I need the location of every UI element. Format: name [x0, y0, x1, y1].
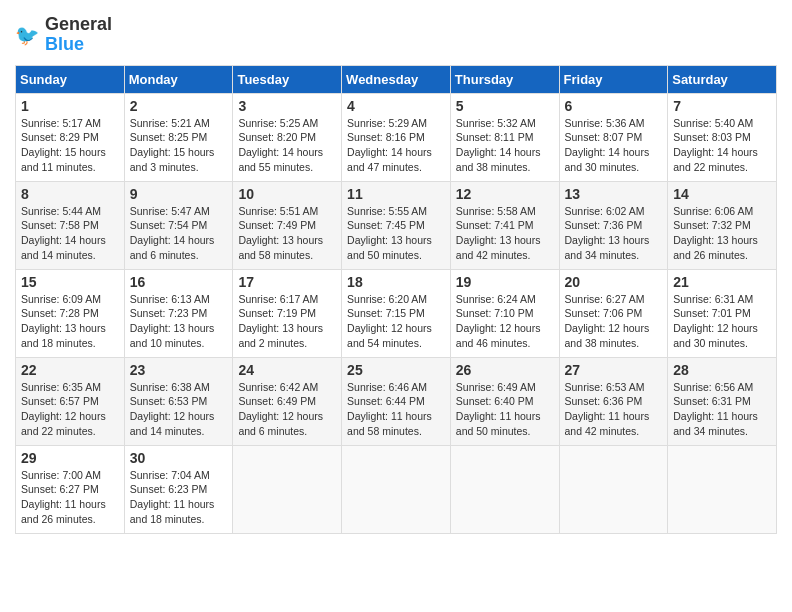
day-info: Sunrise: 6:06 AMSunset: 7:32 PMDaylight:… [673, 204, 771, 263]
logo-text: General Blue [45, 15, 112, 55]
day-cell: 25 Sunrise: 6:46 AMSunset: 6:44 PMDaylig… [342, 357, 451, 445]
day-number: 21 [673, 274, 771, 290]
day-number: 3 [238, 98, 336, 114]
day-number: 15 [21, 274, 119, 290]
day-info: Sunrise: 6:53 AMSunset: 6:36 PMDaylight:… [565, 380, 663, 439]
header-row: SundayMondayTuesdayWednesdayThursdayFrid… [16, 65, 777, 93]
day-number: 1 [21, 98, 119, 114]
day-cell [559, 445, 668, 533]
day-cell: 24 Sunrise: 6:42 AMSunset: 6:49 PMDaylig… [233, 357, 342, 445]
day-info: Sunrise: 5:51 AMSunset: 7:49 PMDaylight:… [238, 204, 336, 263]
col-header-saturday: Saturday [668, 65, 777, 93]
day-info: Sunrise: 6:46 AMSunset: 6:44 PMDaylight:… [347, 380, 445, 439]
day-cell: 8 Sunrise: 5:44 AMSunset: 7:58 PMDayligh… [16, 181, 125, 269]
day-cell: 1 Sunrise: 5:17 AMSunset: 8:29 PMDayligh… [16, 93, 125, 181]
day-info: Sunrise: 5:58 AMSunset: 7:41 PMDaylight:… [456, 204, 554, 263]
day-number: 18 [347, 274, 445, 290]
week-row-4: 22 Sunrise: 6:35 AMSunset: 6:57 PMDaylig… [16, 357, 777, 445]
day-info: Sunrise: 5:29 AMSunset: 8:16 PMDaylight:… [347, 116, 445, 175]
day-cell: 3 Sunrise: 5:25 AMSunset: 8:20 PMDayligh… [233, 93, 342, 181]
day-info: Sunrise: 6:56 AMSunset: 6:31 PMDaylight:… [673, 380, 771, 439]
day-cell [450, 445, 559, 533]
day-cell: 23 Sunrise: 6:38 AMSunset: 6:53 PMDaylig… [124, 357, 233, 445]
day-number: 23 [130, 362, 228, 378]
col-header-monday: Monday [124, 65, 233, 93]
day-info: Sunrise: 6:42 AMSunset: 6:49 PMDaylight:… [238, 380, 336, 439]
calendar-table: SundayMondayTuesdayWednesdayThursdayFrid… [15, 65, 777, 534]
day-cell: 11 Sunrise: 5:55 AMSunset: 7:45 PMDaylig… [342, 181, 451, 269]
col-header-sunday: Sunday [16, 65, 125, 93]
day-cell: 9 Sunrise: 5:47 AMSunset: 7:54 PMDayligh… [124, 181, 233, 269]
day-info: Sunrise: 7:04 AMSunset: 6:23 PMDaylight:… [130, 468, 228, 527]
day-cell [668, 445, 777, 533]
day-cell: 29 Sunrise: 7:00 AMSunset: 6:27 PMDaylig… [16, 445, 125, 533]
day-cell: 18 Sunrise: 6:20 AMSunset: 7:15 PMDaylig… [342, 269, 451, 357]
day-cell: 6 Sunrise: 5:36 AMSunset: 8:07 PMDayligh… [559, 93, 668, 181]
day-cell: 20 Sunrise: 6:27 AMSunset: 7:06 PMDaylig… [559, 269, 668, 357]
day-number: 7 [673, 98, 771, 114]
day-number: 20 [565, 274, 663, 290]
col-header-thursday: Thursday [450, 65, 559, 93]
day-cell: 2 Sunrise: 5:21 AMSunset: 8:25 PMDayligh… [124, 93, 233, 181]
day-cell: 14 Sunrise: 6:06 AMSunset: 7:32 PMDaylig… [668, 181, 777, 269]
day-cell: 19 Sunrise: 6:24 AMSunset: 7:10 PMDaylig… [450, 269, 559, 357]
day-cell: 5 Sunrise: 5:32 AMSunset: 8:11 PMDayligh… [450, 93, 559, 181]
page-header: 🐦 General Blue [15, 15, 777, 55]
day-number: 25 [347, 362, 445, 378]
day-info: Sunrise: 6:09 AMSunset: 7:28 PMDaylight:… [21, 292, 119, 351]
day-cell: 13 Sunrise: 6:02 AMSunset: 7:36 PMDaylig… [559, 181, 668, 269]
day-info: Sunrise: 6:35 AMSunset: 6:57 PMDaylight:… [21, 380, 119, 439]
day-number: 29 [21, 450, 119, 466]
day-number: 17 [238, 274, 336, 290]
week-row-3: 15 Sunrise: 6:09 AMSunset: 7:28 PMDaylig… [16, 269, 777, 357]
day-info: Sunrise: 5:32 AMSunset: 8:11 PMDaylight:… [456, 116, 554, 175]
col-header-wednesday: Wednesday [342, 65, 451, 93]
day-cell [342, 445, 451, 533]
day-info: Sunrise: 5:25 AMSunset: 8:20 PMDaylight:… [238, 116, 336, 175]
day-cell: 15 Sunrise: 6:09 AMSunset: 7:28 PMDaylig… [16, 269, 125, 357]
day-number: 30 [130, 450, 228, 466]
day-info: Sunrise: 5:17 AMSunset: 8:29 PMDaylight:… [21, 116, 119, 175]
day-number: 11 [347, 186, 445, 202]
day-cell: 16 Sunrise: 6:13 AMSunset: 7:23 PMDaylig… [124, 269, 233, 357]
day-number: 5 [456, 98, 554, 114]
day-cell: 28 Sunrise: 6:56 AMSunset: 6:31 PMDaylig… [668, 357, 777, 445]
day-info: Sunrise: 5:55 AMSunset: 7:45 PMDaylight:… [347, 204, 445, 263]
day-number: 12 [456, 186, 554, 202]
day-cell: 12 Sunrise: 5:58 AMSunset: 7:41 PMDaylig… [450, 181, 559, 269]
day-info: Sunrise: 6:02 AMSunset: 7:36 PMDaylight:… [565, 204, 663, 263]
day-info: Sunrise: 6:24 AMSunset: 7:10 PMDaylight:… [456, 292, 554, 351]
svg-text:🐦: 🐦 [15, 23, 40, 47]
day-info: Sunrise: 6:20 AMSunset: 7:15 PMDaylight:… [347, 292, 445, 351]
day-info: Sunrise: 6:13 AMSunset: 7:23 PMDaylight:… [130, 292, 228, 351]
day-number: 13 [565, 186, 663, 202]
day-cell: 21 Sunrise: 6:31 AMSunset: 7:01 PMDaylig… [668, 269, 777, 357]
day-info: Sunrise: 5:36 AMSunset: 8:07 PMDaylight:… [565, 116, 663, 175]
day-cell: 4 Sunrise: 5:29 AMSunset: 8:16 PMDayligh… [342, 93, 451, 181]
day-number: 22 [21, 362, 119, 378]
day-info: Sunrise: 5:21 AMSunset: 8:25 PMDaylight:… [130, 116, 228, 175]
day-number: 26 [456, 362, 554, 378]
day-info: Sunrise: 6:17 AMSunset: 7:19 PMDaylight:… [238, 292, 336, 351]
day-info: Sunrise: 5:40 AMSunset: 8:03 PMDaylight:… [673, 116, 771, 175]
day-info: Sunrise: 5:47 AMSunset: 7:54 PMDaylight:… [130, 204, 228, 263]
day-info: Sunrise: 6:27 AMSunset: 7:06 PMDaylight:… [565, 292, 663, 351]
day-cell: 17 Sunrise: 6:17 AMSunset: 7:19 PMDaylig… [233, 269, 342, 357]
day-cell: 10 Sunrise: 5:51 AMSunset: 7:49 PMDaylig… [233, 181, 342, 269]
day-number: 2 [130, 98, 228, 114]
day-cell: 30 Sunrise: 7:04 AMSunset: 6:23 PMDaylig… [124, 445, 233, 533]
day-info: Sunrise: 6:49 AMSunset: 6:40 PMDaylight:… [456, 380, 554, 439]
logo-icon: 🐦 [15, 21, 43, 49]
day-cell: 7 Sunrise: 5:40 AMSunset: 8:03 PMDayligh… [668, 93, 777, 181]
day-cell: 27 Sunrise: 6:53 AMSunset: 6:36 PMDaylig… [559, 357, 668, 445]
day-info: Sunrise: 6:38 AMSunset: 6:53 PMDaylight:… [130, 380, 228, 439]
day-cell: 22 Sunrise: 6:35 AMSunset: 6:57 PMDaylig… [16, 357, 125, 445]
col-header-friday: Friday [559, 65, 668, 93]
day-number: 19 [456, 274, 554, 290]
day-number: 8 [21, 186, 119, 202]
day-info: Sunrise: 7:00 AMSunset: 6:27 PMDaylight:… [21, 468, 119, 527]
logo: 🐦 General Blue [15, 15, 112, 55]
day-number: 14 [673, 186, 771, 202]
day-number: 27 [565, 362, 663, 378]
day-cell: 26 Sunrise: 6:49 AMSunset: 6:40 PMDaylig… [450, 357, 559, 445]
